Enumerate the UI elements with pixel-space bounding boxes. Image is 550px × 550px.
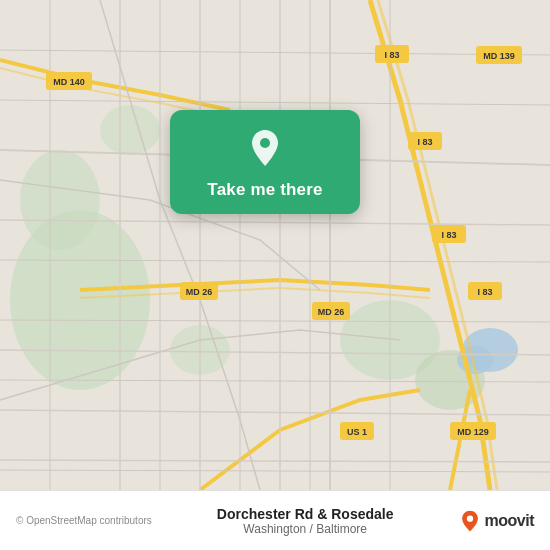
- svg-text:I 83: I 83: [384, 50, 399, 60]
- svg-point-29: [260, 138, 270, 148]
- svg-text:MD 26: MD 26: [318, 307, 345, 317]
- svg-text:MD 26: MD 26: [186, 287, 213, 297]
- location-info: Dorchester Rd & Rosedale Washington / Ba…: [152, 506, 459, 536]
- svg-text:US 1: US 1: [347, 427, 367, 437]
- location-region: Washington / Baltimore: [243, 522, 367, 536]
- map-attribution: © OpenStreetMap contributors: [16, 515, 152, 526]
- take-me-there-label: Take me there: [207, 180, 322, 200]
- take-me-there-card[interactable]: Take me there: [170, 110, 360, 214]
- moovit-text: moovit: [485, 512, 534, 530]
- location-name: Dorchester Rd & Rosedale: [217, 506, 394, 522]
- svg-text:I 83: I 83: [417, 137, 432, 147]
- svg-text:I 83: I 83: [477, 287, 492, 297]
- moovit-pin-icon: [459, 510, 481, 532]
- map-svg: I 83 I 83 I 83 I 83 MD 139 MD 140 MD 26 …: [0, 0, 550, 490]
- svg-text:I 83: I 83: [441, 230, 456, 240]
- svg-point-30: [466, 515, 472, 521]
- svg-point-6: [100, 105, 160, 155]
- svg-text:MD 129: MD 129: [457, 427, 489, 437]
- location-pin-icon: [243, 126, 287, 170]
- svg-text:MD 140: MD 140: [53, 77, 85, 87]
- map-container: I 83 I 83 I 83 I 83 MD 139 MD 140 MD 26 …: [0, 0, 550, 490]
- svg-text:MD 139: MD 139: [483, 51, 515, 61]
- svg-point-2: [20, 150, 100, 250]
- bottom-bar: © OpenStreetMap contributors Dorchester …: [0, 490, 550, 550]
- moovit-logo: moovit: [459, 510, 534, 532]
